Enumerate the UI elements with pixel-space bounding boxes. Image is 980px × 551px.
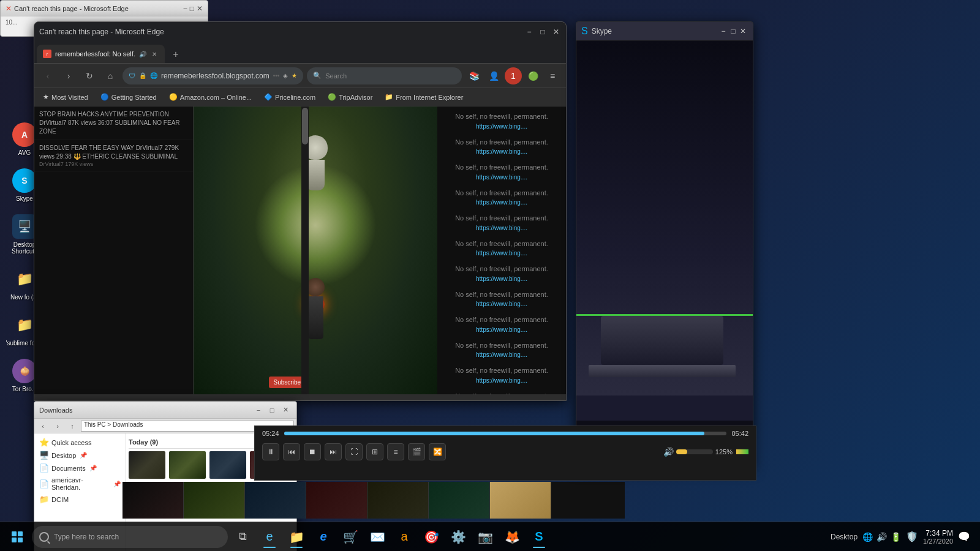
taskbar-search[interactable]: Type here to search <box>32 526 228 548</box>
error-restore[interactable]: □ <box>190 4 194 13</box>
error-x[interactable]: ✕ <box>197 4 203 13</box>
menu-btn[interactable]: ≡ <box>544 67 561 84</box>
taskbar-ie-btn[interactable]: e <box>311 525 336 549</box>
skype-minimize-btn[interactable]: − <box>718 26 728 36</box>
add-tab-btn[interactable]: + <box>167 46 184 63</box>
video-item-2[interactable]: DISSOLVE FEAR THE EASY WAY DrVirtual7 27… <box>34 140 193 171</box>
fe-thumb-3[interactable] <box>209 451 246 479</box>
bookmark-most-visited[interactable]: ★ Most Visited <box>39 92 92 102</box>
scroll-bar[interactable] <box>301 107 309 394</box>
tab-close-btn[interactable]: ✕ <box>150 50 159 58</box>
bookmark-getting-started[interactable]: 🔵 Getting Started <box>97 92 160 102</box>
nav-back-btn[interactable]: ‹ <box>39 67 56 84</box>
fe-dcim[interactable]: 📁 DCIM <box>37 493 123 506</box>
progress-bar[interactable] <box>284 432 727 435</box>
subscribe-btn[interactable]: Subscribe <box>269 377 306 388</box>
taskbar-tripadvisor-btn[interactable]: 🎯 <box>419 525 443 549</box>
bookmark-ie[interactable]: 📁 From Internet Explorer <box>381 92 467 102</box>
comment-link-5[interactable]: https://www.bing.... <box>442 223 561 233</box>
comment-link-9[interactable]: https://www.bing.... <box>442 325 561 334</box>
skype-close-btn[interactable]: ✕ <box>738 26 748 36</box>
comment-link-8[interactable]: https://www.bing.... <box>442 299 561 309</box>
player-thumb-4[interactable] <box>306 482 368 519</box>
taskbar-firefox-btn[interactable]: 🦊 <box>500 525 524 549</box>
fullscreen-btn[interactable]: ⛶ <box>345 443 363 460</box>
pocket-icon[interactable]: ◈ <box>283 72 288 79</box>
player-thumb-1[interactable] <box>123 482 184 519</box>
browser-restore-btn[interactable]: □ <box>538 27 548 37</box>
taskbar-clock[interactable]: 7:34 PM 1/27/2020 <box>923 529 953 545</box>
player-thumb-7[interactable] <box>490 482 551 519</box>
fe-forward-btn[interactable]: › <box>51 421 64 432</box>
extension-red-btn[interactable]: 1 <box>505 67 522 84</box>
address-bar[interactable]: 🛡 🔒 🌐 rememeberlessfool.blogspot.com •••… <box>123 67 303 84</box>
aspect-btn[interactable]: ⊞ <box>366 443 383 460</box>
action-center-icon[interactable]: 🗨️ <box>958 531 970 542</box>
comments-sidebar[interactable]: No self, no freewill, permanent. https:/… <box>437 107 566 394</box>
volume-bar[interactable] <box>676 449 713 454</box>
tab-active[interactable]: r rememberlessfool: No self. 🔊 ✕ <box>37 45 165 63</box>
fe-documents[interactable]: 📄 Documents 📌 <box>37 462 123 474</box>
url-text[interactable]: rememeberlessfool.blogspot.com <box>161 72 270 80</box>
comment-link-3[interactable]: https://www.bing.... <box>442 173 561 182</box>
star-icon[interactable]: ★ <box>292 72 297 79</box>
comment-link-7[interactable]: https://www.bing.... <box>442 274 561 283</box>
start-button[interactable] <box>5 525 29 549</box>
scroll-thumb[interactable] <box>302 108 308 144</box>
stop-btn[interactable]: ⏹ <box>304 443 321 460</box>
player-thumb-3[interactable] <box>245 482 306 519</box>
extra-btn-2[interactable]: 🔀 <box>429 443 446 460</box>
taskview-btn[interactable]: ⧉ <box>230 525 255 549</box>
extra-btn-1[interactable]: 🎬 <box>408 443 425 460</box>
next-btn[interactable]: ⏭ <box>325 443 342 460</box>
player-thumb-5[interactable] <box>368 482 429 519</box>
skype-restore-btn[interactable]: □ <box>728 26 738 36</box>
taskbar-explorer-btn[interactable]: 📁 <box>284 525 309 549</box>
comment-link-6[interactable]: https://www.bing.... <box>442 249 561 258</box>
extension-green-btn[interactable]: 🟢 <box>524 67 541 84</box>
nav-home-btn[interactable]: ⌂ <box>102 67 119 84</box>
taskbar-settings-btn[interactable]: ⚙️ <box>446 525 470 549</box>
fe-quick-access[interactable]: ⭐ Quick access <box>37 436 123 449</box>
bookmark-amazon[interactable]: 🟡 Amazon.com – Online... <box>165 92 255 102</box>
fe-back-btn[interactable]: ‹ <box>37 421 49 432</box>
notification-icon[interactable]: 🛡️ <box>906 531 918 542</box>
playlist-btn[interactable]: ≡ <box>387 443 404 460</box>
comment-link-1[interactable]: https://www.bing.... <box>442 122 561 131</box>
battery-icon[interactable]: 🔋 <box>891 532 901 542</box>
fe-americavr[interactable]: 📄 americavr-Sheridan. 📌 <box>37 474 123 493</box>
taskbar-mail-btn[interactable]: ✉️ <box>365 525 390 549</box>
nav-refresh-btn[interactable]: ↻ <box>81 67 98 84</box>
player-thumb-6[interactable] <box>429 482 490 519</box>
taskbar-skype-btn[interactable]: S <box>527 525 551 549</box>
profile-btn[interactable]: 👤 <box>485 67 502 84</box>
video-sidebar[interactable]: STOP BRAIN HACKS ANYTIME PREVENTION DrVi… <box>34 107 194 394</box>
fe-minimize-btn[interactable]: − <box>252 405 265 415</box>
error-close[interactable]: − <box>183 4 187 13</box>
search-box[interactable]: 🔍 Search <box>307 67 462 84</box>
fe-close-btn[interactable]: ✕ <box>279 405 292 415</box>
player-thumb-2[interactable] <box>184 482 245 519</box>
taskbar-edge-btn[interactable]: e <box>257 525 282 549</box>
fe-restore-btn[interactable]: □ <box>266 405 278 415</box>
comment-link-4[interactable]: https://www.bing.... <box>442 198 561 207</box>
video-item-1[interactable]: STOP BRAIN HACKS ANYTIME PREVENTION DrVi… <box>34 107 193 140</box>
prev-btn[interactable]: ⏮ <box>283 443 300 460</box>
fe-desktop[interactable]: 🖥️ Desktop 📌 <box>37 449 123 462</box>
taskbar-store-btn[interactable]: 🛒 <box>338 525 363 549</box>
more-btn[interactable]: ••• <box>273 72 280 79</box>
fe-thumb-2[interactable] <box>169 451 206 479</box>
browser-close-btn[interactable]: ✕ <box>551 27 561 37</box>
taskbar-amazon-btn[interactable]: a <box>392 525 417 549</box>
volume-sys-icon[interactable]: 🔊 <box>876 532 887 542</box>
pause-btn[interactable]: ⏸ <box>262 443 279 460</box>
bookmark-tripadvisor[interactable]: 🟢 TripAdvisor <box>324 92 376 102</box>
browser-minimize-btn[interactable]: − <box>524 27 534 37</box>
taskbar-camera-btn[interactable]: 📷 <box>473 525 497 549</box>
collections-btn[interactable]: 📚 <box>466 67 483 84</box>
nav-forward-btn[interactable]: › <box>60 67 77 84</box>
desktop-label[interactable]: Desktop <box>831 533 858 541</box>
comment-link-11[interactable]: https://www.bing.... <box>442 376 561 385</box>
bookmark-priceline[interactable]: 🔷 Priceline.com <box>260 92 319 102</box>
comment-link-10[interactable]: https://www.bing.... <box>442 350 561 359</box>
